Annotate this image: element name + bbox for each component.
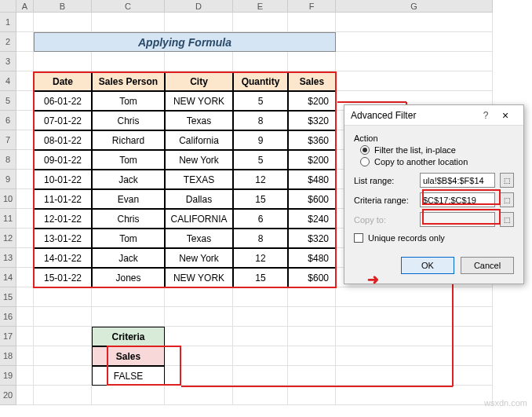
cell[interactable] — [92, 13, 165, 32]
table-cell[interactable]: Richard — [92, 130, 165, 150]
col-header[interactable]: G — [336, 0, 493, 13]
cell[interactable] — [165, 13, 233, 32]
ok-button[interactable]: OK — [401, 257, 454, 274]
cell[interactable] — [16, 307, 34, 327]
row-header[interactable]: 6 — [0, 111, 16, 130]
cell[interactable] — [16, 327, 34, 346]
table-cell[interactable]: 12-01-22 — [34, 209, 92, 229]
table-cell[interactable]: 15 — [233, 268, 288, 287]
cell[interactable] — [233, 307, 288, 327]
cell[interactable] — [165, 386, 233, 405]
table-cell[interactable]: Jack — [92, 248, 165, 268]
row-header[interactable]: 20 — [0, 386, 16, 405]
cell[interactable] — [16, 71, 34, 91]
dialog-titlebar[interactable]: Advanced Filter ? × — [344, 105, 523, 126]
table-cell[interactable]: $480 — [288, 248, 336, 268]
table-cell[interactable]: 13-01-22 — [34, 229, 92, 248]
table-cell[interactable]: Jack — [92, 170, 165, 189]
table-cell[interactable]: Evan — [92, 189, 165, 209]
criteria-sub[interactable]: Sales — [92, 346, 165, 366]
table-cell[interactable]: 8 — [233, 229, 288, 248]
row-header[interactable]: 17 — [0, 327, 16, 346]
row-header[interactable]: 11 — [0, 209, 16, 229]
cell[interactable] — [34, 287, 92, 307]
cell[interactable] — [288, 287, 336, 307]
table-cell[interactable]: TEXAS — [165, 170, 233, 189]
table-cell[interactable]: Chris — [92, 209, 165, 229]
cell[interactable] — [233, 13, 288, 32]
row-header[interactable]: 2 — [0, 32, 16, 52]
table-cell[interactable]: California — [165, 130, 233, 150]
cell[interactable] — [16, 287, 34, 307]
cell[interactable] — [233, 327, 288, 346]
table-cell[interactable]: 6 — [233, 209, 288, 229]
cell[interactable] — [288, 52, 336, 71]
row-header[interactable]: 13 — [0, 248, 16, 268]
close-icon[interactable]: × — [494, 109, 517, 122]
table-cell[interactable]: NEW YORK — [165, 91, 233, 111]
table-cell[interactable]: 10-01-22 — [34, 170, 92, 189]
table-cell[interactable]: 5 — [233, 91, 288, 111]
row-header[interactable]: 14 — [0, 268, 16, 287]
col-header[interactable]: B — [34, 0, 92, 13]
cell[interactable] — [233, 366, 288, 386]
cell[interactable] — [288, 366, 336, 386]
table-cell[interactable]: CALIFORNIA — [165, 209, 233, 229]
row-header[interactable]: 7 — [0, 130, 16, 150]
cell[interactable] — [16, 346, 34, 366]
cell[interactable] — [336, 307, 493, 327]
cell[interactable] — [165, 52, 233, 71]
help-icon[interactable]: ? — [478, 110, 494, 121]
criteria-range-input[interactable]: $C$17:$C$19 — [420, 192, 495, 207]
row-header[interactable]: 4 — [0, 71, 16, 91]
table-cell[interactable]: 15 — [233, 189, 288, 209]
cell[interactable] — [336, 71, 493, 91]
row-header[interactable]: 3 — [0, 52, 16, 71]
col-header[interactable]: D — [165, 0, 233, 13]
cell[interactable] — [92, 287, 165, 307]
cell[interactable] — [34, 52, 92, 71]
cell[interactable] — [336, 287, 493, 307]
table-cell[interactable]: 07-01-22 — [34, 111, 92, 130]
table-header[interactable]: Date — [34, 71, 92, 91]
row-header[interactable]: 5 — [0, 91, 16, 111]
table-cell[interactable]: New York — [165, 150, 233, 170]
cell[interactable] — [16, 111, 34, 130]
table-cell[interactable]: Tom — [92, 91, 165, 111]
cell[interactable] — [165, 307, 233, 327]
cell[interactable] — [288, 346, 336, 366]
cell[interactable] — [288, 327, 336, 346]
cell[interactable] — [16, 386, 34, 405]
table-cell[interactable]: 14-01-22 — [34, 248, 92, 268]
table-header[interactable]: Sales — [288, 71, 336, 91]
col-header[interactable]: E — [233, 0, 288, 13]
cell[interactable] — [233, 346, 288, 366]
cell[interactable] — [16, 248, 34, 268]
cell[interactable] — [16, 32, 34, 52]
collapse-icon[interactable]: ⬚ — [500, 192, 514, 207]
collapse-icon[interactable]: ⬚ — [500, 212, 514, 227]
table-cell[interactable]: $320 — [288, 229, 336, 248]
cell[interactable] — [233, 287, 288, 307]
cell[interactable] — [16, 13, 34, 32]
table-cell[interactable]: $240 — [288, 209, 336, 229]
radio-copy-location[interactable]: Copy to another location — [360, 157, 514, 166]
cell[interactable] — [34, 346, 92, 366]
table-cell[interactable]: 8 — [233, 111, 288, 130]
table-cell[interactable]: 11-01-22 — [34, 189, 92, 209]
cell[interactable] — [165, 327, 233, 346]
cell[interactable] — [34, 13, 92, 32]
table-cell[interactable]: $200 — [288, 150, 336, 170]
cell[interactable] — [34, 366, 92, 386]
row-header[interactable]: 16 — [0, 307, 16, 327]
row-header[interactable]: 18 — [0, 346, 16, 366]
cell[interactable] — [16, 170, 34, 189]
table-header[interactable]: City — [165, 71, 233, 91]
table-cell[interactable]: Texas — [165, 229, 233, 248]
cell[interactable] — [336, 327, 493, 346]
cancel-button[interactable]: Cancel — [461, 257, 514, 274]
cell[interactable] — [16, 366, 34, 386]
table-cell[interactable]: 12 — [233, 248, 288, 268]
cell[interactable] — [336, 13, 493, 32]
unique-records-checkbox[interactable]: Unique records only — [354, 233, 514, 243]
